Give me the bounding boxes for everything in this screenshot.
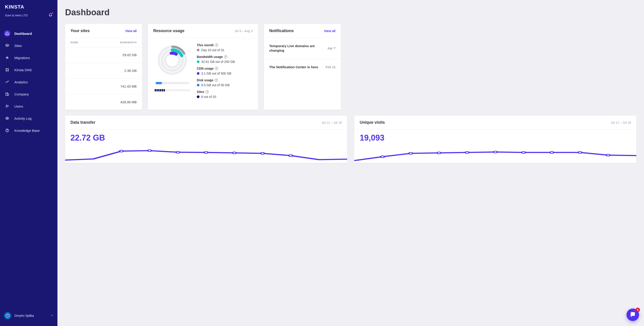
help-icon[interactable]: ?: [215, 79, 218, 82]
page-title: Dashboard: [65, 8, 636, 17]
your-sites-view-all[interactable]: View all: [125, 29, 137, 33]
usage-bandwidth: Bandwidth usage? 32.61 GB out of 200 GB: [197, 55, 253, 64]
notification-item[interactable]: Temporary Live domains are changing Apr …: [264, 38, 341, 59]
svg-point-18: [232, 152, 236, 154]
help-icon[interactable]: ?: [224, 55, 227, 58]
dot-icon: [197, 60, 200, 63]
sidebar-item-analytics[interactable]: Analytics: [0, 76, 58, 88]
svg-point-29: [606, 154, 610, 156]
unique-visits-value: 19,093: [354, 130, 636, 143]
table-row[interactable]: 2.38 GB: [65, 63, 142, 79]
notifications-card: Notifications View all Temporary Live do…: [264, 24, 341, 110]
table-row[interactable]: 29.02 GB: [65, 47, 142, 63]
svg-point-13: [165, 53, 180, 67]
notification-title: The Notification Center is here: [269, 65, 318, 69]
sidebar: KINSTA Solvi & Heirs LTD Dashboard Sites…: [0, 0, 58, 326]
sidebar-item-label: Company: [14, 92, 29, 96]
svg-point-4: [8, 71, 8, 71]
chart-icon: [5, 80, 9, 84]
sidebar-nav: Dashboard Sites Migrations Kinsta DNS An…: [0, 23, 58, 137]
svg-point-20: [289, 155, 292, 156]
sidebar-item-activity-log[interactable]: Activity Log: [0, 113, 58, 124]
data-transfer-card: Data transfer Jul 11 – Jul 18 22.72 GB: [65, 116, 347, 163]
svg-point-23: [437, 152, 441, 154]
company-name: Solvi & Heirs LTD: [5, 14, 28, 17]
notification-item[interactable]: The Notification Center is here Feb 12: [264, 59, 341, 75]
usage-label: CDN usage: [197, 67, 214, 70]
stack-icon: [5, 44, 9, 48]
svg-point-24: [465, 152, 469, 153]
notifications-view-all[interactable]: View all: [324, 29, 336, 33]
table-row[interactable]: 428.06 MB: [65, 94, 142, 110]
sidebar-item-label: Sites: [14, 44, 22, 48]
usage-value: 6 out of 20: [201, 95, 216, 99]
sidebar-item-migrations[interactable]: Migrations: [0, 52, 58, 64]
resource-donut-chart: [156, 43, 189, 77]
chat-badge: 5: [636, 307, 640, 312]
svg-point-2: [8, 69, 8, 69]
sidebar-item-kinsta-dns[interactable]: Kinsta DNS: [0, 64, 58, 76]
svg-rect-5: [6, 93, 8, 95]
chat-button[interactable]: 5: [626, 308, 639, 321]
sidebar-item-label: Users: [14, 104, 23, 108]
sidebar-item-label: Activity Log: [14, 117, 32, 120]
notification-date: Feb 12: [326, 65, 336, 69]
user-name: Dmytro Spilka: [14, 314, 34, 317]
chevron-up-icon: [50, 314, 54, 318]
usage-label: Bandwidth usage: [197, 55, 223, 59]
usage-sites: Sites? 6 out of 20: [197, 90, 253, 99]
data-transfer-date-range: Jul 11 – Jul 18: [322, 121, 342, 124]
usage-cdn: CDN usage? 3.1 GB out of 500 GB: [197, 67, 253, 75]
column-name: NAME: [70, 41, 78, 44]
notification-title: Temporary Live domains are changing: [269, 44, 323, 53]
sidebar-item-sites[interactable]: Sites: [0, 40, 58, 52]
dot-icon: [197, 49, 200, 52]
usage-value: 9.5 GB out of 50 GB: [201, 83, 230, 87]
svg-point-27: [550, 152, 554, 153]
sidebar-item-label: Analytics: [14, 80, 28, 84]
svg-point-7: [7, 118, 8, 119]
dot-icon: [197, 95, 200, 98]
bandwidth-value: 741.43 MB: [120, 84, 137, 88]
arrows-icon: [5, 56, 9, 60]
usage-value: 32.61 GB out of 200 GB: [201, 60, 235, 64]
brand-logo[interactable]: KINSTA: [0, 4, 58, 11]
your-sites-card: Your sites View all NAME BANDWIDTH 29.02…: [65, 24, 142, 110]
help-icon[interactable]: ?: [206, 90, 209, 93]
column-bandwidth: BANDWIDTH: [120, 41, 137, 44]
power-icon: [6, 313, 10, 318]
usage-label: This month: [197, 43, 214, 47]
help-icon[interactable]: ?: [215, 67, 218, 70]
unique-visits-card: Unique visits Jul 11 – Jul 18 19,093: [354, 116, 636, 163]
building-icon: [5, 92, 9, 96]
dns-icon: [5, 68, 9, 72]
help-icon[interactable]: ?: [215, 44, 218, 47]
data-transfer-value: 22.72 GB: [65, 130, 347, 143]
usage-value: 3.1 GB out of 500 GB: [201, 72, 231, 75]
unique-visits-title: Unique visits: [360, 120, 385, 125]
dot-icon: [197, 72, 200, 75]
svg-point-17: [204, 152, 208, 153]
eye-icon: [5, 116, 9, 120]
svg-point-1: [6, 69, 6, 69]
sidebar-item-users[interactable]: Users: [0, 100, 58, 112]
disk-usage-bar: [156, 82, 189, 84]
sidebar-item-label: Knowledge Base: [14, 129, 40, 132]
sidebar-item-dashboard[interactable]: Dashboard: [0, 28, 58, 39]
data-transfer-sparkline: [65, 144, 347, 162]
your-sites-title: Your sites: [70, 29, 90, 33]
sidebar-item-knowledge-base[interactable]: Knowledge Base: [0, 125, 58, 136]
notifications-bell[interactable]: [48, 13, 52, 18]
svg-point-3: [6, 71, 6, 71]
sidebar-item-company[interactable]: Company: [0, 88, 58, 100]
usage-label: Disk usage: [197, 78, 214, 82]
chat-icon: [630, 312, 636, 318]
usage-disk: Disk usage? 9.5 GB out of 50 GB: [197, 78, 253, 87]
table-row[interactable]: 741.43 MB: [65, 79, 142, 94]
resource-title: Resource usage: [153, 29, 184, 33]
user-menu[interactable]: Dmytro Spilka: [0, 309, 58, 322]
svg-point-25: [494, 151, 497, 153]
bandwidth-value: 2.38 GB: [124, 69, 137, 73]
svg-point-15: [148, 150, 152, 152]
bell-unread-dot: [52, 12, 53, 14]
